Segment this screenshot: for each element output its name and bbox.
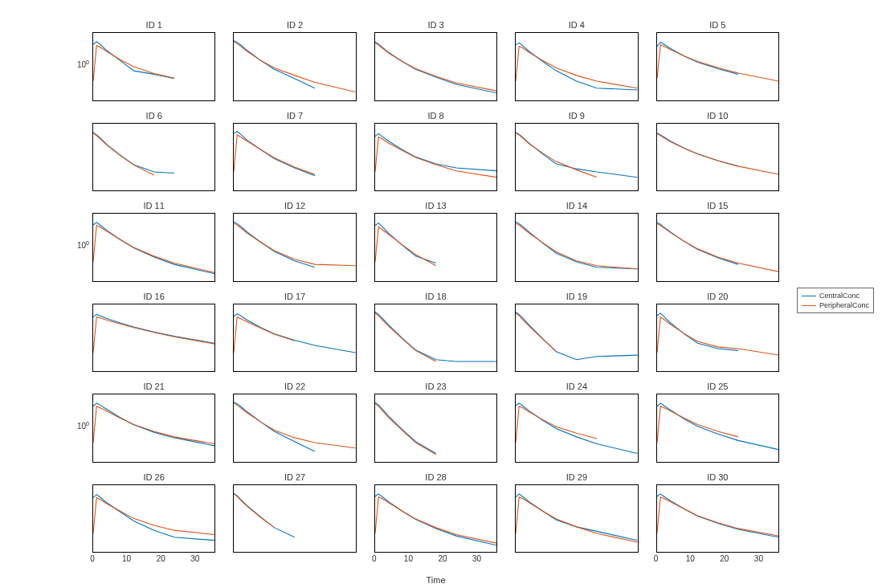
series-peripheralconc (516, 496, 637, 541)
subplot-title: ID 23 (374, 382, 497, 391)
legend-entry: CentralConc (802, 291, 869, 300)
series-peripheralconc (234, 316, 295, 352)
series-centralconc (234, 493, 295, 537)
subplot: ID 24 (515, 394, 638, 472)
series-peripheralconc (93, 497, 214, 534)
subplot-title: ID 14 (515, 201, 638, 210)
axes (656, 304, 779, 373)
subplot-title: ID 27 (233, 472, 356, 482)
subplot: ID 18 (374, 304, 497, 382)
axes (656, 32, 779, 101)
series-centralconc (375, 493, 496, 545)
subplot-title: ID 26 (92, 472, 215, 482)
subplot-title: ID 8 (374, 111, 497, 120)
series-centralconc (516, 312, 637, 359)
axes (374, 32, 497, 101)
legend-swatch-centralconc (802, 296, 816, 296)
series-centralconc (234, 131, 315, 175)
series-peripheralconc (657, 45, 778, 81)
series-peripheralconc (657, 133, 778, 174)
series-centralconc (375, 223, 436, 263)
subplot-grid: ID 1100ID 2ID 3ID 4ID 5ID 6ID 7ID 8ID 9I… (92, 32, 779, 562)
series-centralconc (234, 402, 315, 451)
y-tick-label: 100 (77, 59, 92, 69)
subplot-title: ID 12 (233, 201, 356, 210)
subplot: ID 4 (515, 32, 638, 111)
series-centralconc (657, 493, 778, 537)
subplot: ID 21100 (92, 394, 215, 472)
subplot: ID 19 (515, 304, 638, 382)
axes (92, 394, 215, 463)
subplot: ID 27 (233, 484, 356, 563)
subplot-title: ID 13 (374, 201, 497, 210)
axes (515, 304, 638, 373)
subplot: ID 300102030 (656, 484, 779, 563)
subplot-title: ID 28 (374, 472, 497, 482)
series-centralconc (234, 313, 355, 352)
axes (374, 123, 497, 192)
series-centralconc (516, 132, 637, 177)
series-centralconc (657, 133, 738, 165)
axes (92, 484, 215, 553)
axes (233, 304, 356, 373)
axes (515, 213, 638, 282)
axes (515, 394, 638, 463)
subplot: ID 25 (656, 394, 779, 472)
y-tick-label: 100 (77, 240, 92, 250)
axes (92, 304, 215, 373)
axes (656, 123, 779, 192)
series-centralconc (657, 312, 738, 349)
subplot: ID 8 (374, 123, 497, 202)
series-peripheralconc (375, 43, 496, 91)
series-peripheralconc (516, 133, 597, 177)
axes (92, 32, 215, 101)
series-centralconc (93, 494, 214, 540)
axes (374, 484, 497, 553)
series-peripheralconc (516, 406, 597, 443)
subplot-title: ID 15 (656, 201, 779, 210)
x-tick-labels: 0102030 (92, 553, 215, 564)
axes (374, 213, 497, 282)
series-peripheralconc (657, 406, 738, 443)
subplot-title: ID 11 (92, 201, 215, 210)
legend: CentralConc PeripheralConc (797, 288, 874, 313)
axes (233, 213, 356, 282)
series-peripheralconc (234, 223, 355, 266)
y-tick-label: 100 (77, 421, 92, 431)
axes (374, 394, 497, 463)
axes (656, 394, 779, 463)
subplot: ID 280102030Time (374, 484, 497, 563)
subplot-title: ID 29 (515, 472, 638, 482)
subplot: ID 23 (374, 394, 497, 472)
subplot: ID 15 (656, 213, 779, 292)
series-peripheralconc (375, 137, 496, 177)
series-peripheralconc (657, 496, 778, 535)
subplot: ID 11100 (92, 213, 215, 292)
axes (92, 213, 215, 282)
axes (374, 304, 497, 373)
subplot: ID 10 (656, 123, 779, 202)
x-axis-label: Time (374, 575, 497, 585)
subplot: ID 12 (233, 213, 356, 292)
subplot-title: ID 6 (92, 111, 215, 120)
figure: ID 1100ID 2ID 3ID 4ID 5ID 6ID 7ID 8ID 9I… (0, 0, 882, 588)
axes (92, 123, 215, 192)
axes (233, 394, 356, 463)
series-centralconc (375, 312, 496, 361)
subplot-title: ID 7 (233, 111, 356, 120)
series-peripheralconc (657, 223, 778, 272)
subplot-title: ID 22 (233, 382, 356, 391)
subplot: ID 17 (233, 304, 356, 382)
subplot: ID 16 (92, 304, 215, 382)
series-centralconc (93, 223, 214, 274)
series-peripheralconc (234, 493, 274, 527)
subplot: ID 1100 (92, 32, 215, 111)
subplot: ID 29 (515, 484, 638, 563)
axes (515, 32, 638, 101)
series-centralconc (516, 493, 637, 540)
series-centralconc (93, 42, 174, 79)
subplot-title: ID 3 (374, 20, 497, 30)
subplot: ID 20 (656, 304, 779, 382)
series-peripheralconc (657, 316, 778, 354)
series-centralconc (234, 222, 315, 267)
